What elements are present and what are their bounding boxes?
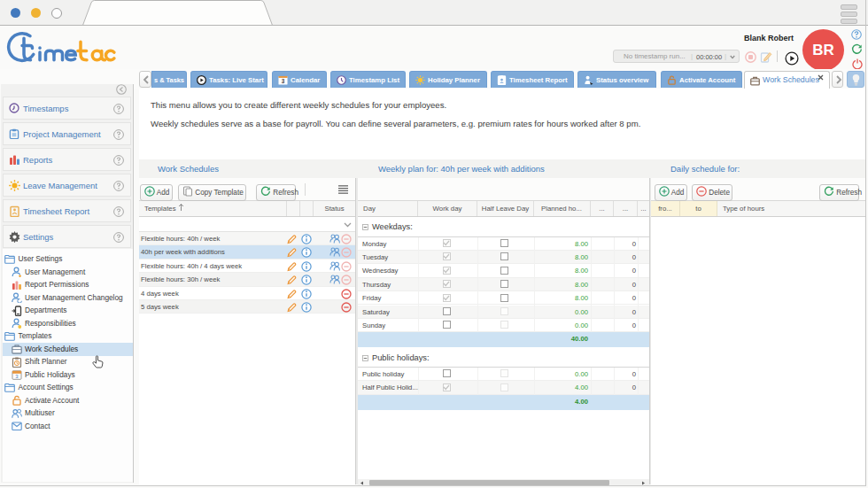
svg-text:3: 3 <box>282 78 285 84</box>
